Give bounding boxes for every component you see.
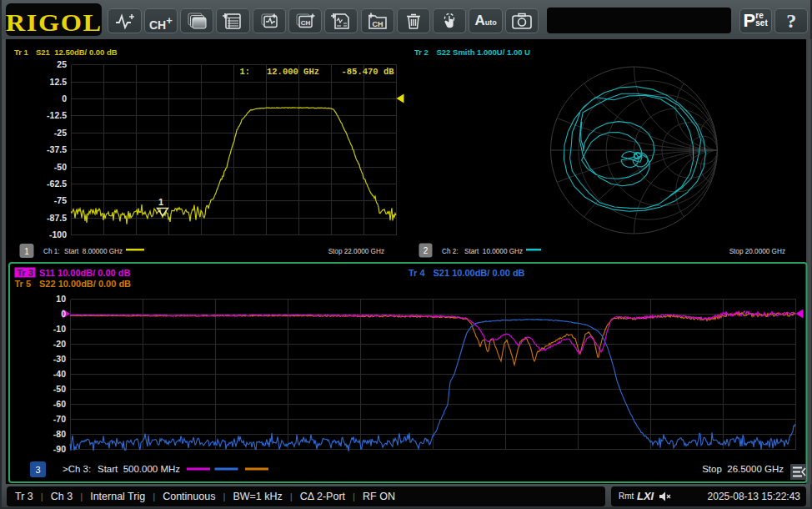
svg-text:Start 8.00000 GHz: Start 8.00000 GHz	[64, 248, 123, 255]
svg-text:-75: -75	[54, 195, 67, 205]
svg-text:-40: -40	[53, 369, 66, 379]
svg-text:Tr 2: Tr 2	[414, 48, 429, 57]
svg-text:-100: -100	[49, 229, 67, 239]
svg-text:S11 10.00dB/ 0.00 dB: S11 10.00dB/ 0.00 dB	[39, 268, 131, 278]
svg-text:Ch 1:: Ch 1:	[43, 248, 60, 255]
svg-text:-70: -70	[53, 414, 66, 424]
svg-text:-50: -50	[54, 162, 67, 172]
svg-text:Stop 26.5000 GHz: Stop 26.5000 GHz	[702, 464, 784, 474]
svg-text:Start 10.0000 GHz: Start 10.0000 GHz	[464, 248, 523, 255]
svg-text:-87.5: -87.5	[47, 213, 67, 223]
svg-text:-85.470 dB: -85.470 dB	[342, 67, 395, 77]
svg-text:Stop 20.0000 GHz: Stop 20.0000 GHz	[729, 248, 785, 255]
svg-text:1: 1	[24, 247, 29, 256]
svg-text:-37.5: -37.5	[47, 144, 67, 154]
svg-text:0: 0	[62, 93, 67, 103]
svg-text:-20: -20	[53, 339, 66, 349]
svg-text:-62.5: -62.5	[47, 179, 67, 189]
svg-text:0: 0	[61, 309, 66, 319]
svg-text:S22 10.00dB/ 0.00 dB: S22 10.00dB/ 0.00 dB	[39, 279, 131, 289]
svg-text:Tr 1: Tr 1	[14, 48, 29, 57]
svg-text:CH: CH	[372, 19, 383, 28]
svg-text:12.000 GHz: 12.000 GHz	[267, 67, 319, 77]
svg-text:Tr 5: Tr 5	[15, 279, 32, 289]
svg-text:S21 10.00dB/ 0.00 dB: S21 10.00dB/ 0.00 dB	[434, 268, 525, 278]
svg-text:2: 2	[424, 246, 429, 255]
svg-text:25: 25	[57, 59, 67, 69]
svg-text:S22 Smith 1.000U/ 1.00 U: S22 Smith 1.000U/ 1.00 U	[437, 48, 531, 57]
svg-text:1: 1	[158, 197, 163, 207]
svg-text:Tr 3: Tr 3	[17, 268, 33, 278]
svg-text:>Ch 3:: >Ch 3:	[63, 464, 91, 474]
svg-text:1:: 1:	[240, 67, 251, 77]
svg-text:S21 12.50dB/ 0.00 dB: S21 12.50dB/ 0.00 dB	[36, 48, 118, 57]
svg-text:CH: CH	[301, 18, 311, 26]
svg-text:12.5: 12.5	[50, 77, 68, 87]
svg-text:-60: -60	[53, 399, 66, 409]
svg-text:Tr 4: Tr 4	[409, 268, 425, 278]
svg-text:-30: -30	[53, 354, 66, 364]
svg-text:Ch 2:: Ch 2:	[442, 248, 459, 255]
svg-text:-25: -25	[54, 128, 67, 138]
svg-text:-90: -90	[53, 444, 66, 454]
svg-text:10: 10	[56, 294, 66, 304]
svg-text:-12.5: -12.5	[47, 110, 67, 120]
svg-text:-10: -10	[53, 324, 66, 334]
svg-text:-80: -80	[53, 429, 66, 439]
svg-text:-50: -50	[53, 384, 66, 394]
svg-text:Stop 22.0000 GHz: Stop 22.0000 GHz	[328, 248, 384, 255]
svg-text:Start 500.000 MHz: Start 500.000 MHz	[98, 464, 180, 474]
svg-text:3: 3	[35, 465, 40, 475]
